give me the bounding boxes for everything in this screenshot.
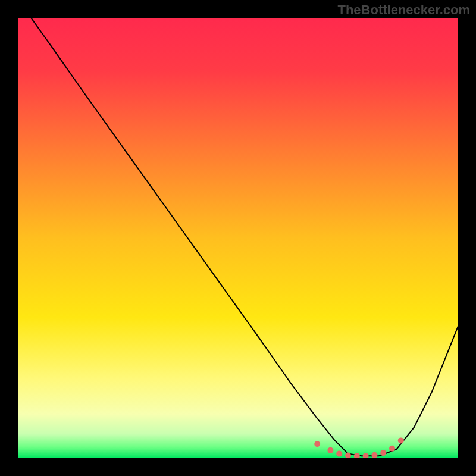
marker-dot xyxy=(380,450,386,456)
marker-dot xyxy=(398,437,404,443)
chart-frame xyxy=(18,18,458,458)
marker-dot xyxy=(314,441,320,447)
watermark-text: TheBottlenecker.com xyxy=(337,2,470,18)
marker-dot xyxy=(336,451,342,457)
marker-dot xyxy=(371,452,377,458)
gradient-background xyxy=(18,18,458,458)
marker-dot xyxy=(389,446,395,452)
bottleneck-chart xyxy=(18,18,458,458)
marker-dot xyxy=(327,447,333,453)
